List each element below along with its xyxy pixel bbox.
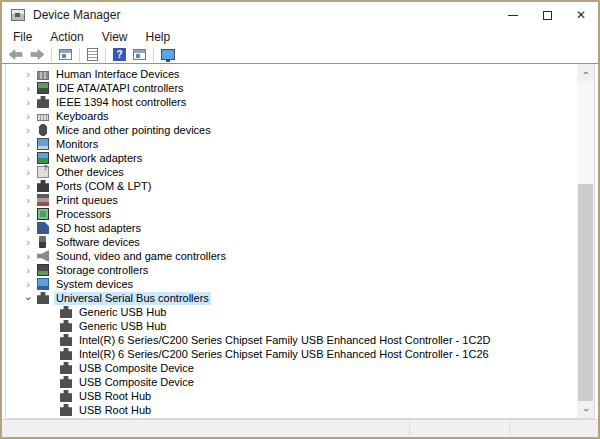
keyboard-icon — [37, 114, 49, 121]
scrollbar-thumb[interactable] — [578, 184, 593, 401]
tree-item[interactable]: ›Human Interface Devices — [6, 67, 577, 81]
scroll-up-button[interactable]: › — [577, 64, 594, 81]
close-button[interactable]: ✕ — [564, 2, 598, 28]
chevron-down-icon[interactable]: › — [23, 292, 34, 304]
chevron-right-icon[interactable]: › — [22, 125, 34, 136]
tree-item[interactable]: ›Processors — [6, 207, 577, 221]
chevron-right-icon[interactable]: › — [22, 223, 34, 234]
system-icon — [37, 278, 49, 290]
usb-icon — [60, 348, 72, 360]
tree-item[interactable]: ›Monitors — [6, 137, 577, 151]
properties-button[interactable] — [85, 47, 100, 63]
tree-item[interactable]: USB Root Hub — [6, 403, 577, 417]
tree-item[interactable]: ›System devices — [6, 277, 577, 291]
tree-item[interactable]: Intel(R) 6 Series/C200 Series Chipset Fa… — [6, 333, 577, 347]
mouse-icon — [37, 124, 49, 136]
chevron-right-icon[interactable]: › — [22, 251, 34, 262]
chevron-right-icon[interactable]: › — [22, 181, 34, 192]
usb-icon — [60, 306, 72, 318]
title-bar: Device Manager ✕ — [2, 2, 598, 28]
software-icon — [39, 236, 46, 248]
chevron-right-icon[interactable]: › — [22, 265, 34, 276]
tree-item[interactable]: ›Mice and other pointing devices — [6, 123, 577, 137]
chevron-right-icon[interactable]: › — [22, 195, 34, 206]
scan-hardware-changes-button[interactable] — [159, 47, 177, 63]
chevron-right-icon[interactable]: › — [22, 279, 34, 290]
tree-item[interactable]: ›IEEE 1394 host controllers — [6, 95, 577, 109]
chevron-right-icon[interactable]: › — [22, 209, 34, 220]
usb-icon — [60, 376, 72, 388]
chevron-right-icon[interactable]: › — [22, 83, 34, 94]
chevron-right-icon[interactable]: › — [22, 111, 34, 122]
tree-item[interactable]: ›Universal Serial Bus controllers — [6, 291, 577, 305]
console-tree-icon — [59, 49, 72, 60]
tree-item[interactable]: ›Software devices — [6, 235, 577, 249]
tree-item[interactable]: ›Keyboards — [6, 109, 577, 123]
maximize-button[interactable] — [530, 2, 564, 28]
window-title: Device Manager — [33, 8, 120, 22]
printer-icon — [37, 194, 49, 206]
toolbar-separator — [51, 48, 52, 62]
tree-item-label: Ports (COM & LPT) — [54, 180, 153, 193]
chevron-right-icon[interactable]: › — [22, 97, 34, 108]
scrollbar-track[interactable] — [577, 81, 594, 401]
chevron-right-icon[interactable]: › — [22, 167, 34, 178]
tree-item-label: Intel(R) 6 Series/C200 Series Chipset Fa… — [77, 334, 492, 347]
tree-item[interactable]: ›Other devices — [6, 165, 577, 179]
tree-item[interactable]: USB Root Hub — [6, 389, 577, 403]
toolbar: ? — [2, 46, 598, 64]
speaker-icon — [37, 250, 49, 262]
tree-item[interactable]: ›Ports (COM & LPT) — [6, 179, 577, 193]
chevron-right-icon[interactable]: › — [22, 139, 34, 150]
tree-item-label: Intel(R) 6 Series/C200 Series Chipset Fa… — [77, 348, 491, 361]
tree-item[interactable]: Generic USB Hub — [6, 305, 577, 319]
tree-item[interactable]: USB Composite Device — [6, 375, 577, 389]
chevron-right-icon[interactable]: › — [22, 153, 34, 164]
menu-bar: File Action View Help — [2, 28, 598, 46]
statusbar-separator — [409, 422, 410, 435]
tree-item[interactable]: ›IDE ATA/ATAPI controllers — [6, 81, 577, 95]
sd-card-icon — [37, 222, 49, 234]
menu-view[interactable]: View — [93, 30, 137, 44]
properties-icon — [87, 48, 98, 61]
menu-action[interactable]: Action — [41, 30, 92, 44]
tree-item-label: Human Interface Devices — [54, 68, 182, 81]
tree-item-label: USB Composite Device — [77, 362, 196, 375]
tree-item[interactable]: ›SD host adapters — [6, 221, 577, 235]
tree-item-label: Other devices — [54, 166, 126, 179]
device-tree: ›Human Interface Devices›IDE ATA/ATAPI c… — [6, 64, 577, 418]
device-manager-window: Device Manager ✕ File Action View Help ?… — [0, 0, 600, 439]
tree-item[interactable]: Generic USB Hub — [6, 319, 577, 333]
console-tree-button[interactable] — [57, 47, 74, 63]
toolbar-separator — [153, 48, 154, 62]
usb-icon — [60, 404, 72, 416]
ieee1394-icon — [37, 96, 49, 108]
tree-item-label: System devices — [54, 278, 135, 291]
tree-item[interactable]: ›Print queues — [6, 193, 577, 207]
usb-icon — [60, 320, 72, 332]
processor-icon — [37, 208, 49, 220]
menu-file[interactable]: File — [4, 30, 41, 44]
action-pane-button[interactable] — [131, 47, 148, 63]
help-button[interactable]: ? — [111, 47, 128, 63]
status-bar — [2, 419, 598, 437]
ide-icon — [37, 82, 49, 94]
vertical-scrollbar[interactable]: › › — [577, 64, 594, 418]
tree-item[interactable]: USB Composite Device — [6, 361, 577, 375]
minimize-icon — [508, 15, 518, 16]
tree-item[interactable]: ›Sound, video and game controllers — [6, 249, 577, 263]
usb-icon — [60, 334, 72, 346]
minimize-button[interactable] — [496, 2, 530, 28]
scroll-down-button[interactable]: › — [577, 401, 594, 418]
tree-item[interactable]: ›Storage controllers — [6, 263, 577, 277]
back-button[interactable] — [7, 47, 25, 63]
chevron-right-icon[interactable]: › — [22, 237, 34, 248]
usb-icon — [37, 292, 49, 304]
forward-button[interactable] — [28, 47, 46, 63]
main-content: ›Human Interface Devices›IDE ATA/ATAPI c… — [5, 64, 595, 419]
tree-item[interactable]: ›Network adapters — [6, 151, 577, 165]
chevron-right-icon[interactable]: › — [22, 69, 34, 80]
statusbar-separator — [509, 422, 510, 435]
tree-item[interactable]: Intel(R) 6 Series/C200 Series Chipset Fa… — [6, 347, 577, 361]
menu-help[interactable]: Help — [137, 30, 180, 44]
